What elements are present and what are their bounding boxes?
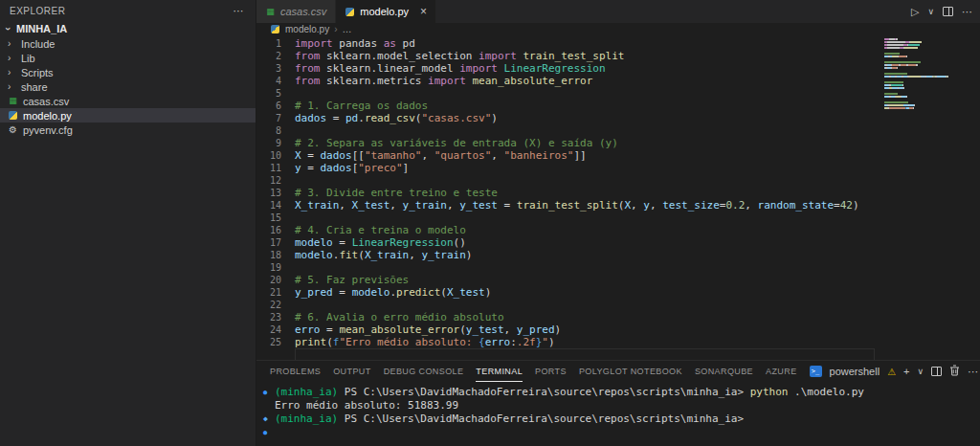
split-terminal-button[interactable] — [931, 367, 942, 376]
line-number: 18 — [256, 249, 295, 261]
panel-tab-debug-console[interactable]: DEBUG CONSOLE — [384, 361, 464, 382]
panel-tab-sonarqube[interactable]: SONARQUBE — [695, 361, 753, 382]
tree-folder-share[interactable]: ›share — [0, 79, 256, 94]
kill-terminal-icon[interactable] — [949, 365, 960, 378]
code-line-18: 18modelo.fit(X_train, y_train) — [256, 249, 980, 261]
run-dropdown-icon[interactable]: ∨ — [927, 7, 934, 16]
panel-more-button[interactable]: ⋯ — [968, 366, 978, 378]
workspace-root-item[interactable]: › MINHA_IA — [0, 21, 256, 36]
tree-folder-include[interactable]: ›Include — [0, 36, 256, 51]
explorer-more-button[interactable]: ⋯ — [234, 5, 245, 17]
line-number: 11 — [256, 162, 295, 174]
file-label: modelo.py — [23, 110, 72, 122]
line-text: from sklearn.metrics import mean_absolut… — [295, 75, 592, 87]
line-text: modelo.fit(X_train, y_train) — [295, 249, 472, 261]
file-label: casas.csv — [23, 96, 69, 107]
breadcrumb-separator-icon: › — [334, 24, 337, 34]
shell-label[interactable]: powershell — [830, 366, 880, 377]
python-file-icon — [271, 25, 279, 33]
panel-tab-problems[interactable]: PROBLEMS — [270, 361, 321, 382]
line-text: # 4. Cria e treina o modelo — [295, 224, 466, 236]
code-line-3: 3from sklearn.linear_model import Linear… — [256, 62, 980, 75]
line-number: 16 — [256, 224, 295, 236]
panel-tab-ports[interactable]: PORTS — [535, 361, 567, 382]
breadcrumb: modelo.py › … — [256, 23, 980, 35]
code-line-23: 23# 6. Avalia o erro médio absoluto — [256, 311, 980, 323]
line-number: 9 — [256, 137, 295, 149]
chevron-right-icon: › — [8, 53, 16, 63]
terminal-dropdown-icon[interactable]: ∨ — [918, 367, 924, 376]
tab-close-button[interactable]: × — [420, 6, 427, 17]
explorer-sidebar: EXPLORER ⋯ › MINHA_IA ›Include›Lib›Scrip… — [0, 0, 256, 446]
code-line-12: 12 — [256, 174, 980, 187]
panel-tab-azure[interactable]: AZURE — [766, 361, 797, 382]
code-line-22: 22 — [256, 299, 980, 311]
terminal-line: ●(minha_ia) PS C:\Users\DavidMachadoFerr… — [261, 386, 980, 399]
code-line-6: 6# 1. Carrega os dados — [256, 100, 980, 112]
tabs-container: ▦casas.csvmodelo.py× — [256, 0, 436, 23]
file-label: pyvenv.cfg — [23, 124, 73, 136]
code-line-2: 2from sklearn.model_selection import tra… — [256, 50, 980, 62]
vscode-window: EXPLORER ⋯ › MINHA_IA ›Include›Lib›Scrip… — [0, 0, 980, 446]
minimap[interactable] — [884, 38, 965, 110]
code-line-8: 8 — [256, 124, 980, 137]
code-line-9: 9# 2. Separa as variáveis de entrada (X)… — [256, 137, 980, 149]
tree-folder-scripts[interactable]: ›Scripts — [0, 65, 256, 79]
code-line-14: 14X_train, X_test, y_train, y_test = tra… — [256, 199, 980, 212]
breadcrumb-file[interactable]: modelo.py — [285, 24, 329, 34]
panel-tab-polyglot-notebook[interactable]: POLYGLOT NOTEBOOK — [579, 361, 682, 382]
terminal-output[interactable]: ●(minha_ia) PS C:\Users\DavidMachadoFerr… — [256, 382, 980, 446]
breadcrumb-more[interactable]: … — [342, 24, 351, 34]
line-number: 13 — [256, 187, 295, 199]
code-line-21: 21y_pred = modelo.predict(X_test) — [256, 286, 980, 299]
line-number: 25 — [256, 336, 295, 348]
gear-file-icon: ⚙ — [8, 124, 18, 135]
terminal-text: (minha_ia) PS C:\Users\DavidMachadoFerre… — [275, 413, 744, 426]
circle-marker-icon: ● — [261, 386, 275, 399]
line-number: 24 — [256, 323, 295, 336]
line-number: 1 — [256, 37, 295, 50]
chevron-right-icon: › — [8, 38, 16, 49]
python-file-icon — [9, 111, 17, 120]
circle-marker-icon: ● — [261, 426, 275, 439]
split-editor-button[interactable] — [943, 7, 953, 16]
line-number: 17 — [256, 236, 295, 249]
line-number: 5 — [256, 87, 295, 100]
chevron-down-icon: › — [3, 24, 14, 33]
tab-casas.csv[interactable]: ▦casas.csv — [256, 0, 336, 23]
explorer-title: EXPLORER — [10, 6, 65, 16]
more-actions-button[interactable]: ⋯ — [962, 6, 972, 18]
code-line-24: 24erro = mean_absolute_error(y_test, y_p… — [256, 323, 980, 336]
code-line-19: 19 — [256, 261, 980, 274]
code-editor[interactable]: 1import pandas as pd2from sklearn.model_… — [256, 35, 980, 360]
line-text: # 6. Avalia o erro médio absoluto — [295, 311, 504, 323]
csv-file-icon: ▦ — [265, 7, 276, 17]
code-line-16: 16# 4. Cria e treina o modelo — [256, 224, 980, 236]
line-text: # 2. Separa as variáveis de entrada (X) … — [295, 137, 618, 149]
code-line-25: 25print(f"Erro médio absoluto: {erro:.2f… — [256, 336, 980, 348]
line-text: y_pred = modelo.predict(X_test) — [295, 286, 491, 299]
line-number: 14 — [256, 199, 295, 212]
line-text: X_train, X_test, y_train, y_test = train… — [295, 199, 859, 212]
current-line-highlight — [256, 348, 980, 360]
new-terminal-button[interactable]: + — [903, 366, 909, 377]
tree-folder-lib[interactable]: ›Lib — [0, 51, 256, 65]
panel-tab-output[interactable]: OUTPUT — [333, 361, 370, 382]
code-line-11: 11y = dados["preco"] — [256, 162, 980, 174]
code-line-15: 15 — [256, 212, 980, 224]
folder-label: Scripts — [21, 67, 54, 78]
tab-label: casas.csv — [280, 6, 326, 17]
run-button[interactable]: ▷ — [911, 6, 919, 18]
terminal-actions: >_ powershell ⚠ + ∨ ⋯ ∧ × — [810, 365, 980, 378]
tab-modelo.py[interactable]: modelo.py× — [336, 0, 436, 23]
powershell-icon: >_ — [810, 366, 822, 377]
line-number: 7 — [256, 112, 295, 124]
panel-tab-terminal[interactable]: TERMINAL — [476, 361, 523, 382]
chevron-right-icon: › — [8, 67, 16, 78]
folder-label: share — [21, 81, 48, 93]
tree-file-pyvenv.cfg[interactable]: ⚙pyvenv.cfg — [0, 123, 256, 137]
tree-file-modelo.py[interactable]: modelo.py — [0, 108, 256, 123]
chevron-right-icon: › — [8, 81, 16, 92]
warning-icon[interactable]: ⚠ — [887, 367, 896, 377]
tree-file-casas.csv[interactable]: ▦casas.csv — [0, 94, 256, 108]
